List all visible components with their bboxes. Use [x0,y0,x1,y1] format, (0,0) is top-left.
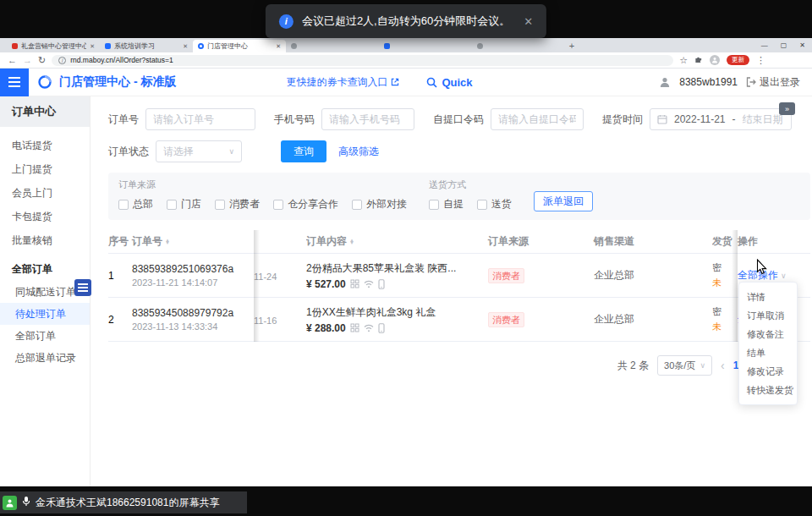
grid-icon [350,323,359,332]
browser-update-badge[interactable]: 更新 [727,55,749,65]
sidebar-item-pending-orders-selected[interactable]: 待处理订单 [0,303,90,325]
url-omnibox[interactable]: i rnd.maboy.cn/AllOrder?status=1 [52,55,673,66]
tab-close-icon[interactable]: ✕ [183,43,188,50]
toast-close-icon[interactable]: ✕ [524,15,533,28]
order-source-group: 订单来源 总部 门店 消费者 仓分享合作 外部对接 [118,178,407,211]
panel-collapse-button[interactable]: » [779,102,795,115]
new-tab-button[interactable]: + [565,41,579,52]
sidebar-item-all-orders[interactable]: 全部订单 [0,325,90,347]
menu-item-details[interactable]: 详情 [739,288,797,306]
phone-icon [378,323,385,333]
chevron-down-icon: ∨ [781,272,787,280]
back-icon[interactable]: ← [8,56,17,65]
info-icon: i [279,14,294,29]
browser-menu-dots-icon[interactable]: ⋮ [756,56,765,65]
tab-favicon [291,43,297,49]
checkbox-source-store[interactable]: 门店 [167,197,201,211]
profile-avatar[interactable] [710,55,720,65]
source-tag: 消费者 [488,312,524,327]
browser-tab-1[interactable]: 礼盒营销中心管理中心 ✕ [7,40,100,52]
pickup-date-range-picker[interactable]: 2022-11-21 - 结束日期 [650,108,792,130]
tab-title: 礼盒营销中心管理中心 [21,41,86,51]
chevron-down-icon: ∨ [228,147,234,156]
sidebar-item-hq-return-records[interactable]: 总部退单记录 [0,347,90,369]
checkbox-delivery-selfpickup[interactable]: 自提 [429,197,464,211]
page-size-select[interactable]: 30条/页 ∨ [657,355,712,376]
sidebar-item-member-visit[interactable]: 会员上门 [0,181,90,205]
search-icon [426,77,437,88]
pickup-code-label: 自提口令码 [433,113,484,127]
col-header-order-no[interactable]: 订单号▲▼ [132,234,254,249]
filter-row-1: 订单号 手机号码 自提口令码 提货时间 [108,108,810,130]
tab-close-icon[interactable]: ✕ [276,43,281,50]
order-no-cell: 83859345088979792a 2023-11-13 14:33:34 [132,307,254,332]
hamburger-menu-icon[interactable] [0,69,29,96]
checkbox-source-external[interactable]: 外部对接 [352,197,407,211]
order-source-panel: 订单来源 总部 门店 消费者 仓分享合作 外部对接 送货方式 [108,173,810,220]
quick-search-link[interactable]: Quick [426,76,472,89]
browser-tab-5[interactable] [379,40,472,52]
phone-input[interactable] [321,108,414,130]
window-minimize-button[interactable]: — [761,41,768,49]
order-no-input[interactable] [145,108,255,130]
checkbox-source-consumer[interactable]: 消费者 [215,197,260,211]
shared-screen: 礼盒营销中心管理中心 ✕ 系统培训学习 ✕ 门店管理中心 ✕ [0,0,812,516]
date-separator: - [732,113,736,125]
checkbox-source-hq[interactable]: 总部 [118,197,153,211]
tab-favicon [477,43,483,49]
menu-item-edit-remark[interactable]: 修改备注 [739,325,797,343]
sales-channel-cell: 企业总部 [594,268,712,283]
menu-item-switch-express[interactable]: 转快递发货 [739,381,797,399]
sort-icons[interactable]: ▲▼ [165,239,170,245]
browser-tab-3-active[interactable]: 门店管理中心 ✕ [193,40,286,52]
browser-tab-6[interactable] [472,40,565,52]
browser-tab-2[interactable]: 系统培训学习 ✕ [100,40,193,52]
pickup-code-input[interactable] [491,108,584,130]
sidebar-item-phone-pickup[interactable]: 电话提货 [0,134,90,157]
sidebar-group-all-orders[interactable]: 全部订单 [0,257,90,281]
forward-icon[interactable]: → [23,56,32,65]
sidebar-item-card-pickup[interactable]: 卡包提货 [0,205,90,228]
logout-button[interactable]: 退出登录 [746,75,800,90]
date-end-placeholder: 结束日期 [743,113,783,127]
wifi-icon [364,280,374,288]
checkbox-icon [118,200,129,210]
col-header-content[interactable]: 订单内容▲▼ [306,234,488,249]
menu-item-cancel-order[interactable]: 订单取消 [739,306,797,325]
sidebar-list-float-button[interactable] [74,279,91,296]
dispatch-return-button[interactable]: 派单退回 [534,191,593,211]
ship-status-cell: 密 未 [712,305,738,333]
tab-close-icon[interactable]: ✕ [90,43,95,50]
sidebar-item-door-pickup[interactable]: 上门提货 [0,157,90,181]
menu-item-settle[interactable]: 结单 [739,343,797,362]
sidebar-item-batch-verify[interactable]: 批量核销 [0,228,90,252]
url-text: rnd.maboy.cn/AllOrder?status=1 [70,56,173,64]
order-content-cell: 1份XX生鲜羊肉礼盒3kg 礼盒 ¥ 288.00 [306,305,488,334]
window-maximize-button[interactable]: ▢ [781,41,787,49]
extensions-puzzle-icon[interactable] [694,55,703,65]
checkbox-source-share-coop[interactable]: 仓分享合作 [273,197,338,211]
grid-icon [350,279,359,288]
advanced-filter-link[interactable]: 高级筛选 [338,145,379,159]
site-info-icon[interactable]: i [58,57,66,64]
coupon-query-link[interactable]: 更快捷的券卡查询入口 [286,75,399,90]
prev-page-button[interactable]: ‹ [721,359,725,372]
checkbox-delivery-delivery[interactable]: 送货 [477,197,512,211]
bookmark-star-icon[interactable]: ☆ [679,56,688,65]
row-index: 1 [108,270,132,282]
search-button[interactable]: 查询 [281,140,326,162]
microphone-icon[interactable] [22,495,30,510]
order-status-select[interactable]: 请选择 ∨ [156,140,242,162]
col-header-ship: 发货 [712,234,738,249]
window-close-button[interactable]: ✕ [799,41,805,49]
reload-icon[interactable]: ↻ [38,56,46,65]
checkbox-icon [352,200,362,210]
sort-icons[interactable]: ▲▼ [349,239,354,245]
browser-tab-4[interactable] [286,40,379,52]
delivery-method-label: 送货方式 [429,178,512,191]
address-bar-actions: ☆ 更新 ⋮ [679,55,765,65]
username[interactable]: 8385wb1991 [679,76,738,88]
chevron-down-icon: ∨ [700,361,705,370]
menu-item-edit-records[interactable]: 修改记录 [739,362,797,381]
order-list-main: 订单号 手机号码 自提口令码 提货时间 [91,96,812,486]
